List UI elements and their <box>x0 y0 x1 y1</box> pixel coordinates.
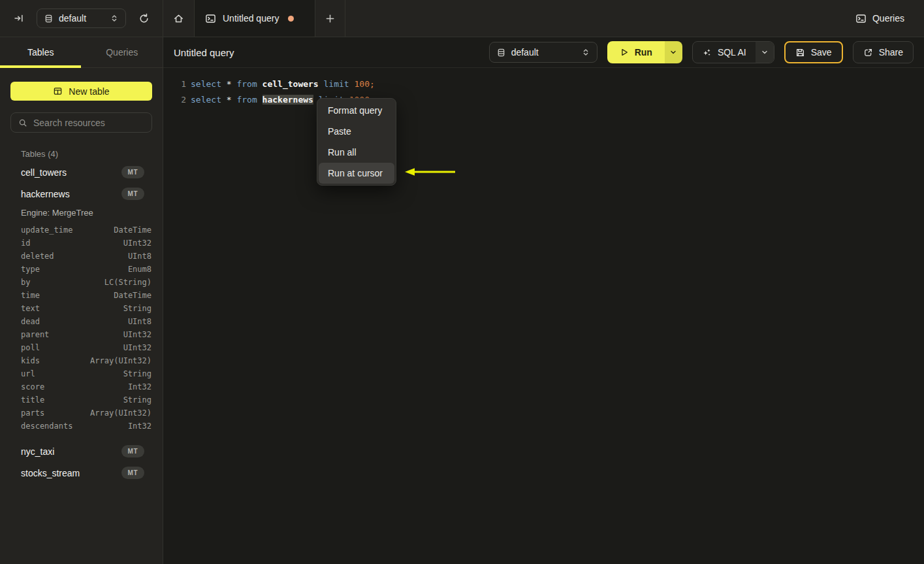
share-button-label: Share <box>879 47 903 58</box>
code-line-2: 2select * from hackernews limit 1000 <box>163 91 924 107</box>
table-name: nyc_taxi <box>21 446 121 457</box>
menu-item-run-all[interactable]: Run all <box>319 142 394 163</box>
column-name: parent <box>21 330 123 339</box>
column-row: byLC(String) <box>10 276 152 289</box>
column-row: textString <box>10 302 152 315</box>
new-table-icon <box>53 86 63 96</box>
column-name: parts <box>21 408 90 418</box>
table-engine-label: Engine: MergeTree <box>10 205 152 224</box>
line-number: 1 <box>174 79 186 89</box>
play-icon <box>620 48 629 57</box>
save-button[interactable]: Save <box>784 41 843 63</box>
menu-item-paste[interactable]: Paste <box>319 121 394 142</box>
tab-untitled-query[interactable]: Untitled query <box>194 0 315 37</box>
sidebar-tabs: Tables Queries <box>0 37 163 68</box>
column-row: descendantsInt32 <box>10 420 152 433</box>
column-row: typeEnum8 <box>10 263 152 276</box>
chevron-updown-icon <box>110 14 119 23</box>
column-type: LC(String) <box>104 278 151 287</box>
column-row: kidsArray(UInt32) <box>10 354 152 367</box>
token-plain <box>257 95 263 105</box>
column-type: String <box>123 304 151 313</box>
table-name: cell_towers <box>21 167 121 178</box>
column-row: urlString <box>10 367 152 380</box>
sql-ai-split-button: SQL AI <box>692 41 774 63</box>
run-button[interactable]: Run <box>607 41 665 63</box>
column-name: text <box>21 304 123 313</box>
table-name: stocks_stream <box>21 468 121 478</box>
collapse-sidebar-icon[interactable] <box>10 10 27 27</box>
table-item-stocks_stream[interactable]: stocks_streamMT <box>10 462 152 484</box>
column-type: UInt32 <box>123 343 151 352</box>
database-icon <box>44 14 54 24</box>
column-name: id <box>21 239 123 248</box>
tables-list: cell_towersMThackernewsMTEngine: MergeTr… <box>10 161 152 484</box>
column-row: idUInt32 <box>10 237 152 250</box>
top-bar: default Untitled query <box>0 0 924 37</box>
column-type: UInt32 <box>123 330 151 339</box>
column-type: String <box>123 395 151 405</box>
tab-title: Untitled query <box>223 13 279 24</box>
sql-ai-options-button[interactable] <box>756 42 774 63</box>
topbar-left: default <box>0 0 163 37</box>
database-selector[interactable]: default <box>37 8 126 28</box>
column-row: pollUInt32 <box>10 341 152 354</box>
resources-sidebar: New table Tables (4) cell_towersMThacker… <box>0 68 163 564</box>
code-text: select * from cell_towers limit 100; <box>191 79 375 89</box>
column-row: deadUInt8 <box>10 315 152 328</box>
save-button-label: Save <box>811 47 832 58</box>
column-name: update_time <box>21 225 114 235</box>
home-button[interactable] <box>163 0 194 37</box>
column-name: deleted <box>21 252 128 261</box>
search-input[interactable] <box>33 118 151 128</box>
terminal-icon <box>855 13 867 24</box>
column-name: time <box>21 291 114 300</box>
code-line-1: 1select * from cell_towers limit 100; <box>163 76 924 91</box>
run-options-button[interactable] <box>665 41 682 63</box>
sidebar-tab-tables[interactable]: Tables <box>0 37 82 67</box>
engine-badge: MT <box>121 445 144 457</box>
chevron-updown-icon <box>581 48 590 57</box>
query-toolbar: Untitled query default <box>163 37 924 68</box>
run-split-button: Run <box>607 41 682 63</box>
sidebar-tab-queries[interactable]: Queries <box>82 37 163 67</box>
column-type: UInt8 <box>128 252 151 261</box>
refresh-icon[interactable] <box>135 10 152 27</box>
sql-ai-button-label: SQL AI <box>718 47 746 58</box>
column-type: DateTime <box>114 291 151 300</box>
save-icon <box>795 48 805 58</box>
engine-badge: MT <box>121 188 144 200</box>
toolbar-database-selector[interactable]: default <box>489 42 597 63</box>
column-name: by <box>21 278 104 287</box>
queries-link[interactable]: Queries <box>855 0 924 37</box>
new-tab-button[interactable] <box>315 0 345 37</box>
tables-section-label: Tables (4) <box>21 149 152 159</box>
column-row: scoreInt32 <box>10 380 152 393</box>
token-kw: from <box>236 95 257 105</box>
column-type: Int32 <box>128 422 151 431</box>
sql-editor[interactable]: 1select * from cell_towers limit 100;2se… <box>163 68 924 564</box>
search-box <box>10 112 152 133</box>
column-type: Array(UInt32) <box>90 408 151 418</box>
token-table: cell_towers <box>263 79 319 89</box>
sql-ai-button[interactable]: SQL AI <box>693 42 756 63</box>
share-icon <box>863 48 873 58</box>
menu-item-format-query[interactable]: Format query <box>319 100 394 121</box>
line-number: 2 <box>174 95 186 105</box>
table-item-nyc_taxi[interactable]: nyc_taxiMT <box>10 440 152 462</box>
database-icon <box>496 48 506 58</box>
table-item-cell_towers[interactable]: cell_towersMT <box>10 161 152 183</box>
column-row: titleString <box>10 393 152 406</box>
token-plain <box>221 95 227 105</box>
menu-item-run-at-cursor[interactable]: Run at cursor <box>319 163 394 184</box>
token-kw: select <box>191 95 221 105</box>
run-button-label: Run <box>635 47 652 58</box>
column-name: kids <box>21 356 90 365</box>
terminal-icon <box>205 13 216 24</box>
share-button[interactable]: Share <box>853 41 914 63</box>
column-name: url <box>21 369 123 378</box>
table-item-hackernews[interactable]: hackernewsMT <box>10 183 152 205</box>
new-table-button[interactable]: New table <box>10 82 152 101</box>
column-row: parentUInt32 <box>10 328 152 341</box>
column-name: poll <box>21 343 123 352</box>
